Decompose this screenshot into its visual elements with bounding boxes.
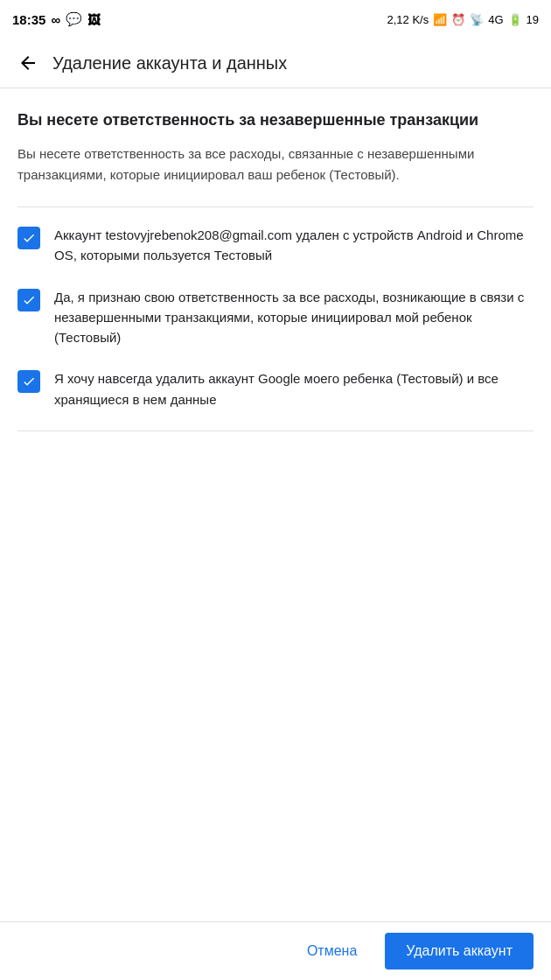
divider-bottom [17, 430, 534, 431]
warning-title: Вы несете ответственность за незавершенн… [17, 109, 534, 131]
battery-level: 19 [527, 13, 539, 26]
image-icon: 🖼 [87, 12, 101, 27]
signal-icon: 📶 [433, 13, 447, 26]
back-button[interactable] [10, 46, 45, 80]
carrier-icon: ∞ [51, 12, 60, 27]
speed-indicator: 2,12 K/s [387, 13, 429, 26]
warning-text: Вы несете ответственность за все расходы… [17, 144, 534, 186]
checkbox-1-label: Аккаунт testovyjrebenok208@gmail.com уда… [54, 225, 534, 266]
message-icon: 💬 [66, 11, 82, 27]
bottom-action-bar: Отмена Удалить аккаунт [0, 921, 551, 980]
checkbox-2[interactable] [17, 289, 40, 312]
checkbox-3-label: Я хочу навсегда удалить аккаунт Google м… [54, 368, 534, 410]
app-bar: Удаление аккаунта и данных [0, 38, 551, 88]
network-icon: 4G [488, 13, 503, 26]
checkbox-list: Аккаунт testovyjrebenok208@gmail.com уда… [17, 225, 534, 410]
status-bar: 18:35 ∞ 💬 🖼 2,12 K/s 📶 ⏰ 📡 4G 🔋 19 [0, 0, 551, 38]
delete-account-button[interactable]: Удалить аккаунт [385, 933, 534, 970]
list-item: Аккаунт testovyjrebenok208@gmail.com уда… [17, 225, 534, 266]
checkbox-1[interactable] [17, 227, 40, 249]
alarm-icon: ⏰ [451, 13, 465, 26]
checkbox-3[interactable] [17, 370, 40, 393]
divider-top [17, 206, 534, 207]
list-item: Я хочу навсегда удалить аккаунт Google м… [17, 368, 534, 410]
app-bar-title: Удаление аккаунта и данных [52, 53, 537, 74]
status-time: 18:35 [12, 12, 45, 27]
status-left: 18:35 ∞ 💬 🖼 [12, 11, 101, 27]
status-right: 2,12 K/s 📶 ⏰ 📡 4G 🔋 19 [387, 13, 539, 26]
wifi-icon: 📡 [470, 13, 484, 26]
battery-icon: 🔋 [508, 13, 522, 26]
list-item: Да, я признаю свою ответственность за вс… [17, 287, 534, 348]
cancel-button[interactable]: Отмена [286, 933, 378, 970]
content-area: Вы несете ответственность за незавершенн… [0, 88, 551, 526]
checkbox-2-label: Да, я признаю свою ответственность за вс… [54, 287, 534, 348]
